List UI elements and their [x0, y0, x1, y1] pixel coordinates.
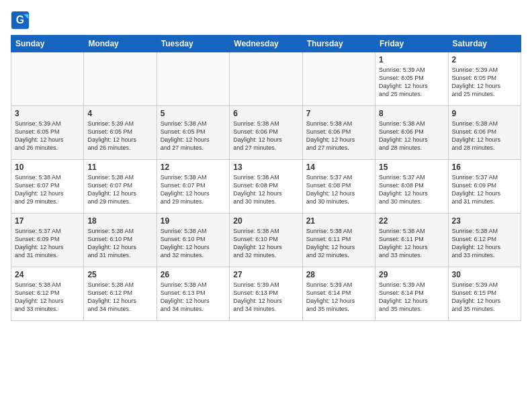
calendar-cell: 2Sunrise: 5:39 AM Sunset: 6:05 PM Daylig…	[448, 52, 521, 106]
day-number: 14	[306, 163, 371, 172]
day-number: 27	[233, 270, 298, 279]
calendar-week-row: 10Sunrise: 5:38 AM Sunset: 6:07 PM Dayli…	[11, 160, 521, 214]
day-number: 9	[452, 109, 517, 118]
weekday-header-thursday: Thursday	[302, 36, 375, 52]
day-number: 26	[161, 270, 226, 279]
day-number: 25	[87, 270, 152, 279]
calendar-cell: 19Sunrise: 5:38 AM Sunset: 6:10 PM Dayli…	[157, 214, 229, 267]
calendar-cell: 11Sunrise: 5:38 AM Sunset: 6:07 PM Dayli…	[84, 160, 157, 214]
day-number: 22	[379, 216, 444, 226]
day-info: Sunrise: 5:37 AM Sunset: 6:09 PM Dayligh…	[15, 227, 80, 260]
calendar-cell: 16Sunrise: 5:37 AM Sunset: 6:09 PM Dayli…	[448, 160, 521, 214]
day-info: Sunrise: 5:39 AM Sunset: 6:15 PM Dayligh…	[452, 281, 517, 314]
day-info: Sunrise: 5:39 AM Sunset: 6:05 PM Dayligh…	[15, 120, 80, 152]
calendar-cell: 24Sunrise: 5:38 AM Sunset: 6:12 PM Dayli…	[11, 267, 84, 321]
day-info: Sunrise: 5:38 AM Sunset: 6:12 PM Dayligh…	[87, 281, 152, 314]
day-number: 23	[452, 216, 517, 226]
calendar-cell: 28Sunrise: 5:39 AM Sunset: 6:14 PM Dayli…	[302, 267, 375, 321]
day-info: Sunrise: 5:38 AM Sunset: 6:06 PM Dayligh…	[306, 120, 371, 152]
calendar-cell: 15Sunrise: 5:37 AM Sunset: 6:08 PM Dayli…	[375, 160, 448, 214]
calendar-table: SundayMondayTuesdayWednesdayThursdayFrid…	[11, 35, 521, 321]
day-number: 21	[306, 216, 371, 226]
day-number: 30	[452, 270, 517, 279]
calendar-cell: 23Sunrise: 5:38 AM Sunset: 6:12 PM Dayli…	[448, 214, 521, 267]
day-info: Sunrise: 5:38 AM Sunset: 6:12 PM Dayligh…	[15, 281, 80, 314]
calendar-cell: 30Sunrise: 5:39 AM Sunset: 6:15 PM Dayli…	[448, 267, 521, 321]
day-info: Sunrise: 5:38 AM Sunset: 6:11 PM Dayligh…	[306, 227, 371, 260]
day-info: Sunrise: 5:39 AM Sunset: 6:05 PM Dayligh…	[452, 66, 517, 99]
day-info: Sunrise: 5:38 AM Sunset: 6:08 PM Dayligh…	[233, 173, 298, 206]
day-info: Sunrise: 5:39 AM Sunset: 6:13 PM Dayligh…	[233, 281, 298, 314]
calendar-cell: 25Sunrise: 5:38 AM Sunset: 6:12 PM Dayli…	[84, 267, 157, 321]
weekday-header-saturday: Saturday	[448, 36, 521, 52]
day-info: Sunrise: 5:38 AM Sunset: 6:07 PM Dayligh…	[15, 173, 80, 206]
day-info: Sunrise: 5:39 AM Sunset: 6:05 PM Dayligh…	[379, 66, 444, 99]
day-number: 19	[161, 216, 226, 226]
calendar-cell	[302, 52, 375, 106]
weekday-header-tuesday: Tuesday	[157, 36, 229, 52]
day-number: 13	[233, 163, 298, 172]
calendar-cell: 26Sunrise: 5:38 AM Sunset: 6:13 PM Dayli…	[157, 267, 229, 321]
day-info: Sunrise: 5:38 AM Sunset: 6:06 PM Dayligh…	[233, 120, 298, 152]
day-number: 15	[379, 163, 444, 172]
calendar-cell: 17Sunrise: 5:37 AM Sunset: 6:09 PM Dayli…	[11, 214, 84, 267]
logo-icon: G	[11, 11, 30, 30]
calendar-cell: 10Sunrise: 5:38 AM Sunset: 6:07 PM Dayli…	[11, 160, 84, 214]
day-number: 10	[15, 163, 80, 172]
calendar-cell: 8Sunrise: 5:38 AM Sunset: 6:06 PM Daylig…	[375, 106, 448, 160]
day-info: Sunrise: 5:38 AM Sunset: 6:10 PM Dayligh…	[233, 227, 298, 260]
weekday-header-monday: Monday	[84, 36, 157, 52]
weekday-header-wednesday: Wednesday	[230, 36, 302, 52]
calendar-cell: 21Sunrise: 5:38 AM Sunset: 6:11 PM Dayli…	[302, 214, 375, 267]
calendar-cell: 5Sunrise: 5:38 AM Sunset: 6:05 PM Daylig…	[157, 106, 229, 160]
day-number: 17	[15, 216, 80, 226]
day-number: 18	[87, 216, 152, 226]
day-info: Sunrise: 5:38 AM Sunset: 6:06 PM Dayligh…	[379, 120, 444, 152]
calendar-cell	[84, 52, 157, 106]
day-info: Sunrise: 5:38 AM Sunset: 6:07 PM Dayligh…	[161, 173, 226, 206]
calendar-cell: 6Sunrise: 5:38 AM Sunset: 6:06 PM Daylig…	[230, 106, 302, 160]
weekday-header-row: SundayMondayTuesdayWednesdayThursdayFrid…	[11, 36, 521, 52]
day-number: 3	[15, 109, 80, 118]
day-info: Sunrise: 5:39 AM Sunset: 6:14 PM Dayligh…	[306, 281, 371, 314]
day-number: 6	[233, 109, 298, 118]
day-number: 16	[452, 163, 517, 172]
day-number: 5	[161, 109, 226, 118]
day-info: Sunrise: 5:38 AM Sunset: 6:10 PM Dayligh…	[87, 227, 152, 260]
calendar-cell: 4Sunrise: 5:39 AM Sunset: 6:05 PM Daylig…	[84, 106, 157, 160]
calendar-cell	[157, 52, 229, 106]
day-number: 24	[15, 270, 80, 279]
day-number: 8	[379, 109, 444, 118]
page-header: G	[11, 11, 521, 30]
svg-text:G: G	[16, 14, 24, 26]
day-info: Sunrise: 5:38 AM Sunset: 6:13 PM Dayligh…	[161, 281, 226, 314]
calendar-cell: 7Sunrise: 5:38 AM Sunset: 6:06 PM Daylig…	[302, 106, 375, 160]
day-number: 20	[233, 216, 298, 226]
day-info: Sunrise: 5:38 AM Sunset: 6:05 PM Dayligh…	[161, 120, 226, 152]
calendar-cell: 9Sunrise: 5:38 AM Sunset: 6:06 PM Daylig…	[448, 106, 521, 160]
calendar-cell	[11, 52, 84, 106]
calendar-week-row: 24Sunrise: 5:38 AM Sunset: 6:12 PM Dayli…	[11, 267, 521, 321]
calendar-cell: 14Sunrise: 5:37 AM Sunset: 6:08 PM Dayli…	[302, 160, 375, 214]
day-info: Sunrise: 5:38 AM Sunset: 6:10 PM Dayligh…	[161, 227, 226, 260]
weekday-header-sunday: Sunday	[11, 36, 84, 52]
day-info: Sunrise: 5:39 AM Sunset: 6:14 PM Dayligh…	[379, 281, 444, 314]
day-info: Sunrise: 5:38 AM Sunset: 6:11 PM Dayligh…	[379, 227, 444, 260]
calendar-week-row: 1Sunrise: 5:39 AM Sunset: 6:05 PM Daylig…	[11, 52, 521, 106]
day-info: Sunrise: 5:38 AM Sunset: 6:06 PM Dayligh…	[452, 120, 517, 152]
day-number: 28	[306, 270, 371, 279]
day-number: 12	[161, 163, 226, 172]
calendar-cell: 27Sunrise: 5:39 AM Sunset: 6:13 PM Dayli…	[230, 267, 302, 321]
day-number: 1	[379, 55, 444, 64]
weekday-header-friday: Friday	[375, 36, 448, 52]
calendar-cell: 12Sunrise: 5:38 AM Sunset: 6:07 PM Dayli…	[157, 160, 229, 214]
calendar-week-row: 17Sunrise: 5:37 AM Sunset: 6:09 PM Dayli…	[11, 214, 521, 267]
calendar-cell: 13Sunrise: 5:38 AM Sunset: 6:08 PM Dayli…	[230, 160, 302, 214]
day-info: Sunrise: 5:37 AM Sunset: 6:09 PM Dayligh…	[452, 173, 517, 206]
calendar-cell: 22Sunrise: 5:38 AM Sunset: 6:11 PM Dayli…	[375, 214, 448, 267]
calendar-cell: 29Sunrise: 5:39 AM Sunset: 6:14 PM Dayli…	[375, 267, 448, 321]
day-info: Sunrise: 5:38 AM Sunset: 6:07 PM Dayligh…	[87, 173, 152, 206]
logo: G	[11, 11, 32, 30]
calendar-cell: 18Sunrise: 5:38 AM Sunset: 6:10 PM Dayli…	[84, 214, 157, 267]
day-number: 2	[452, 55, 517, 64]
